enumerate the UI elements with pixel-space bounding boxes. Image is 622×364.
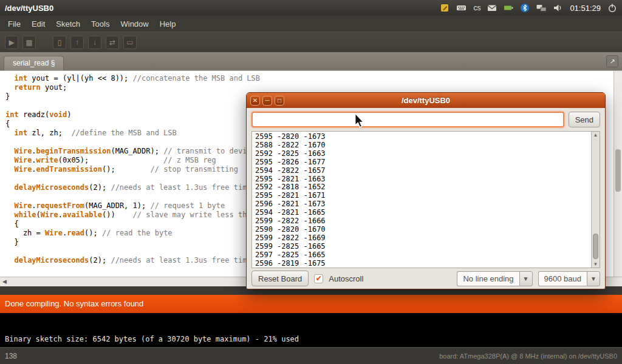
menu-help[interactable]: Help (154, 17, 182, 31)
serial-line: 2590 -2820 -1670 (255, 226, 588, 234)
scrollbar-thumb[interactable] (615, 149, 621, 192)
code-line: int yout = (yl|(yh << 8)); //concatenate… (5, 74, 622, 83)
verify-button[interactable]: ▶ (5, 36, 18, 49)
serial-line: 2595 -2821 -1671 (255, 192, 588, 200)
status-bar: 138 board: ATmega328P(A) @ 8 MHz (intern… (0, 347, 622, 364)
board-info: board: ATmega328P(A) @ 8 MHz (internal) … (439, 352, 617, 360)
console-output: Binary sketch size: 6542 bytes (of a 307… (0, 313, 622, 347)
scrollbar-thumb[interactable] (593, 234, 598, 259)
save-icon: ↓ (93, 38, 97, 47)
stop-button[interactable]: ▦ (22, 36, 36, 49)
serial-line: 2592 -2825 -1663 (255, 150, 588, 158)
notes-indicator-icon[interactable] (440, 3, 449, 13)
compile-status-text: Done compiling. No syntax errors found (5, 299, 143, 308)
battery-icon[interactable] (504, 3, 513, 13)
serial-vertical-scrollbar[interactable]: ▲ ▼ (591, 132, 600, 268)
serial-line: 2594 -2821 -1665 (255, 209, 588, 217)
serial-line: 2588 -2822 -1670 (255, 141, 588, 150)
toolbar: ▶ ▦ ▯ ↑ ↓ ⇄ ▭ (0, 32, 622, 52)
maximize-button[interactable]: □ (275, 96, 284, 106)
serial-send-input[interactable] (251, 112, 564, 127)
panel-window-title: /dev/ttyUSB0 (5, 4, 53, 13)
close-icon: ✕ (253, 97, 258, 104)
bluetooth-icon[interactable] (520, 3, 530, 13)
autoscroll-label[interactable]: Autoscroll (329, 274, 363, 283)
close-button[interactable]: ✕ (250, 96, 260, 106)
serial-output-area[interactable]: 2595 -2820 -16732588 -2822 -16702592 -28… (251, 131, 600, 268)
serial-window-titlebar[interactable]: ✕ ─ □ /dev/ttyUSB0 (247, 93, 605, 108)
serial-line: 2595 -2826 -1677 (255, 158, 588, 167)
chevron-down-icon[interactable]: ▼ (519, 271, 533, 286)
menu-sketch[interactable]: Sketch (50, 17, 86, 31)
compile-status-bar: Done compiling. No syntax errors found (0, 295, 622, 313)
maximize-icon: □ (278, 97, 281, 104)
serial-line: 2599 -2822 -1666 (255, 217, 588, 226)
line-ending-value: No line ending (457, 271, 519, 286)
serial-line: 2595 -2821 -1663 (255, 175, 588, 184)
menu-bar: File Edit Sketch Tools Window Help (0, 16, 622, 32)
screen: /dev/ttyUSB0 cs 01:51: (0, 0, 622, 364)
keyboard-icon[interactable] (456, 3, 466, 13)
top-panel: /dev/ttyUSB0 cs 01:51: (0, 0, 622, 16)
serial-line: 2596 -2819 -1675 (255, 260, 588, 268)
serial-window-title: /dev/ttyUSB0 (247, 96, 605, 105)
new-file-icon: ▯ (58, 38, 62, 47)
serial-line: 2594 -2822 -1657 (255, 167, 588, 175)
mail-icon[interactable] (487, 3, 497, 13)
scroll-up-icon[interactable]: ▲ (592, 132, 600, 138)
serial-line: 2599 -2822 -1669 (255, 234, 588, 243)
reset-board-button[interactable]: Reset Board (251, 271, 309, 286)
serial-output-lines: 2595 -2820 -16732588 -2822 -16702592 -28… (252, 132, 591, 268)
code-line: return yout; (5, 83, 622, 92)
upload-button[interactable]: ⇄ (106, 36, 119, 49)
menu-edit[interactable]: Edit (26, 17, 50, 31)
serial-line: 2595 -2820 -1673 (255, 133, 588, 141)
tab-bar: serial_read § ↗ (0, 52, 622, 70)
stop-icon: ▦ (26, 38, 32, 47)
scroll-down-icon[interactable]: ▼ (592, 261, 600, 267)
line-ending-dropdown[interactable]: No line ending ▼ (457, 271, 532, 286)
tab-menu-icon: ↗ (609, 58, 615, 65)
scroll-left-icon[interactable]: ◀ (2, 278, 7, 285)
serial-line: 2592 -2818 -1652 (255, 183, 588, 192)
menu-file[interactable]: File (2, 17, 26, 31)
autoscroll-checkbox[interactable]: ✔ (314, 274, 323, 283)
menu-window[interactable]: Window (115, 17, 154, 31)
session-menu-icon[interactable] (607, 3, 617, 13)
console-text: Binary sketch size: 6542 bytes (of a 307… (5, 335, 299, 343)
open-icon: ↑ (75, 38, 79, 47)
menu-tools[interactable]: Tools (86, 17, 115, 31)
line-number: 138 (5, 352, 17, 360)
volume-icon[interactable] (553, 3, 563, 13)
serial-monitor-icon: ▭ (126, 38, 133, 47)
open-sketch-button[interactable]: ↑ (70, 36, 84, 49)
check-icon: ✔ (316, 274, 322, 283)
minimize-button[interactable]: ─ (262, 96, 272, 106)
serial-line: 2597 -2825 -1665 (255, 251, 588, 260)
tab-serial-read[interactable]: serial_read § (4, 56, 64, 70)
serial-input-row: Send (247, 108, 605, 131)
serial-monitor-button[interactable]: ▭ (123, 36, 137, 49)
serial-bottom-bar: Reset Board ✔ Autoscroll No line ending … (247, 268, 605, 289)
minimize-icon: ─ (265, 97, 269, 104)
upload-icon: ⇄ (109, 38, 115, 47)
system-tray: cs 01:51:29 (440, 3, 617, 13)
mouse-cursor (354, 113, 365, 129)
baud-rate-value: 9600 baud (538, 271, 587, 286)
baud-rate-dropdown[interactable]: 9600 baud ▼ (538, 271, 600, 286)
serial-line: 2599 -2825 -1665 (255, 243, 588, 251)
network-icon[interactable] (536, 3, 547, 13)
verify-icon: ▶ (9, 38, 14, 47)
serial-line: 2596 -2821 -1673 (255, 200, 588, 209)
tab-menu-button[interactable]: ↗ (606, 55, 618, 67)
language-indicator[interactable]: cs (473, 4, 480, 12)
chevron-down-icon[interactable]: ▼ (587, 271, 600, 286)
new-sketch-button[interactable]: ▯ (53, 36, 66, 49)
serial-monitor-window: ✕ ─ □ /dev/ttyUSB0 Send 2595 -2820 -1673… (246, 92, 606, 289)
clock[interactable]: 01:51:29 (570, 4, 601, 13)
save-sketch-button[interactable]: ↓ (88, 36, 101, 49)
editor-vertical-scrollbar[interactable] (613, 71, 622, 277)
send-button[interactable]: Send (569, 112, 600, 127)
